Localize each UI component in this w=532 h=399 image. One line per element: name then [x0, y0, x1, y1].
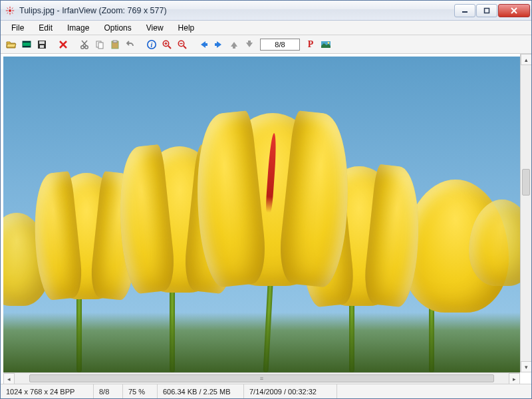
status-dimensions: 1024 x 768 x 24 BPP — [1, 384, 94, 398]
horizontal-scrollbar[interactable]: ◂ ≡ ▸ — [3, 372, 520, 384]
info-icon: i — [146, 39, 157, 50]
next-button[interactable] — [212, 38, 225, 51]
svg-line-28 — [184, 46, 186, 49]
svg-point-31 — [328, 42, 330, 44]
menu-view[interactable]: View — [140, 22, 170, 34]
minimize-button[interactable] — [454, 4, 475, 17]
scroll-thumb[interactable]: ≡ — [29, 374, 493, 382]
svg-line-16 — [82, 41, 86, 46]
scroll-right-button[interactable]: ▸ — [509, 373, 520, 384]
slideshow-button[interactable] — [20, 38, 33, 51]
scroll-thumb[interactable] — [522, 169, 530, 196]
menu-help[interactable]: Help — [172, 22, 201, 34]
delete-button[interactable] — [57, 38, 70, 51]
svg-rect-18 — [98, 43, 103, 49]
paste-icon — [110, 39, 120, 50]
status-index: 8/8 — [94, 384, 123, 398]
menu-image[interactable]: Image — [61, 22, 96, 34]
status-filesize: 606.34 KB / 2.25 MB — [158, 384, 244, 398]
zoom-in-button[interactable] — [160, 38, 174, 51]
scroll-track[interactable] — [521, 65, 531, 361]
copy-icon — [94, 39, 105, 50]
svg-text:i: i — [151, 41, 153, 49]
image-red-streak — [265, 133, 277, 213]
open-icon — [6, 39, 17, 50]
slideshow-icon — [21, 39, 32, 50]
open-button[interactable] — [5, 38, 18, 51]
up-arrow-icon — [229, 39, 239, 50]
content-area: ▴ ▾ ◂ ≡ ▸ — [1, 54, 531, 384]
prev-button[interactable] — [197, 38, 210, 51]
svg-rect-10 — [40, 45, 44, 48]
first-button[interactable] — [227, 38, 241, 51]
svg-point-14 — [85, 45, 88, 49]
scroll-up-button[interactable]: ▴ — [521, 54, 531, 65]
scroll-down-button[interactable]: ▾ — [521, 361, 531, 372]
close-button[interactable] — [498, 4, 530, 17]
cut-icon — [79, 39, 90, 50]
menu-file[interactable]: File — [5, 22, 31, 34]
about-button[interactable] — [319, 38, 332, 51]
zoom-out-icon — [177, 39, 188, 50]
menu-options[interactable]: Options — [97, 22, 138, 34]
image-tulip — [43, 173, 130, 299]
zoom-out-button[interactable] — [176, 38, 189, 51]
status-datetime: 7/14/2009 / 00:32:32 — [244, 384, 337, 398]
zoom-in-icon — [162, 39, 172, 50]
status-bar: 1024 x 768 x 24 BPP 8/8 75 % 606.34 KB /… — [1, 384, 531, 398]
left-arrow-icon — [198, 39, 209, 50]
window-title: Tulips.jpg - IrfanView (Zoom: 769 x 577) — [19, 6, 454, 15]
scroll-track[interactable]: ≡ — [15, 373, 509, 384]
maximize-button[interactable] — [476, 4, 497, 17]
svg-line-24 — [168, 46, 171, 49]
svg-point-0 — [9, 9, 11, 12]
copy-button[interactable] — [93, 38, 106, 51]
svg-rect-2 — [485, 8, 489, 13]
right-arrow-icon — [213, 39, 224, 50]
window-controls — [454, 4, 530, 17]
app-window: Tulips.jpg - IrfanView (Zoom: 769 x 577)… — [0, 0, 532, 399]
svg-point-13 — [81, 45, 84, 49]
scroll-left-button[interactable]: ◂ — [3, 373, 15, 384]
undo-button[interactable] — [124, 38, 137, 51]
svg-rect-6 — [23, 41, 31, 43]
image-canvas[interactable] — [3, 57, 520, 372]
menu-edit[interactable]: Edit — [32, 22, 59, 34]
info-button[interactable]: i — [145, 38, 158, 51]
last-button[interactable] — [243, 38, 256, 51]
status-zoom: 75 % — [123, 384, 158, 398]
image-viewer: ▴ ▾ — [1, 54, 531, 372]
image-tulip-main — [209, 113, 336, 286]
svg-rect-9 — [39, 41, 45, 44]
save-icon — [37, 39, 47, 50]
svg-rect-7 — [23, 46, 31, 47]
delete-icon — [58, 39, 68, 50]
title-bar[interactable]: Tulips.jpg - IrfanView (Zoom: 769 x 577) — [1, 1, 531, 21]
down-arrow-icon — [244, 39, 255, 50]
image-foliage — [3, 313, 520, 372]
status-spacer — [337, 384, 531, 398]
svg-line-15 — [82, 41, 87, 46]
menu-bar: File Edit Image Options View Help — [1, 21, 531, 35]
undo-icon — [125, 39, 136, 50]
print-p-icon: P — [308, 39, 314, 50]
about-picture-icon — [321, 39, 331, 50]
vertical-scrollbar[interactable]: ▴ ▾ — [520, 54, 531, 372]
app-icon — [5, 5, 15, 16]
print-button[interactable]: P — [304, 38, 317, 51]
toolbar: i 8/8 P — [1, 35, 531, 54]
page-counter[interactable]: 8/8 — [260, 39, 300, 51]
svg-rect-20 — [113, 41, 117, 43]
paste-button[interactable] — [108, 38, 122, 51]
cut-button[interactable] — [78, 38, 91, 51]
save-button[interactable] — [35, 38, 49, 51]
